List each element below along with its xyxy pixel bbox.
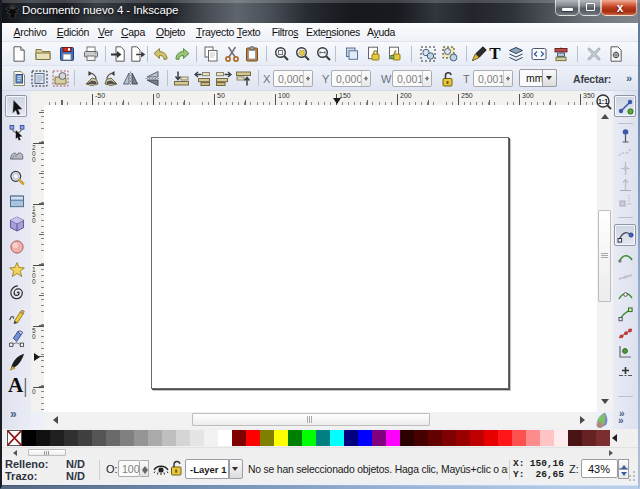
svg-text:1:1: 1:1 bbox=[598, 98, 608, 105]
